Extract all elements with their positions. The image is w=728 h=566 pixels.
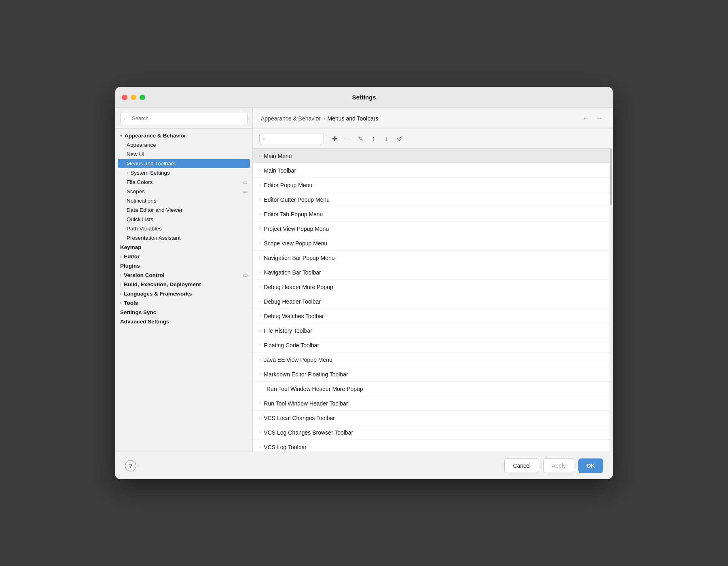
sidebar-item-appearance-behavior[interactable]: ▾Appearance & Behavior: [115, 131, 252, 140]
nav-buttons: ← →: [580, 113, 605, 123]
close-button[interactable]: [122, 95, 127, 100]
sidebar-item-presentation-assistant[interactable]: Presentation Assistant: [115, 233, 252, 243]
sidebar-item-tools[interactable]: ›Tools: [115, 298, 252, 308]
tree-chevron-run-tool-window-toolbar: ›: [259, 401, 260, 405]
apply-button[interactable]: Apply: [543, 458, 574, 473]
tree-label-debug-header-more: Debug Header More Popup: [264, 284, 333, 290]
back-button[interactable]: ←: [580, 113, 591, 123]
sidebar-item-languages-frameworks[interactable]: ›Languages & Frameworks: [115, 289, 252, 298]
sidebar-label-tools: Tools: [124, 300, 138, 306]
sidebar-right-icon-scopes: ▭: [243, 189, 248, 194]
sidebar-item-plugins[interactable]: Plugins: [115, 261, 252, 270]
sidebar-item-file-colors[interactable]: File Colors▭: [115, 177, 252, 187]
chevron-appearance-behavior: ▾: [120, 133, 122, 138]
tree-item-navigation-bar-toolbar[interactable]: ›Navigation Bar Toolbar: [253, 265, 613, 280]
tree-item-editor-gutter-popup[interactable]: ›Editor Gutter Popup Menu: [253, 192, 613, 207]
sidebar-label-system-settings: System Settings: [130, 170, 170, 176]
sidebar-item-keymap[interactable]: Keymap: [115, 243, 252, 252]
chevron-languages-frameworks: ›: [120, 291, 121, 296]
traffic-lights: [122, 95, 145, 100]
remove-button[interactable]: —: [342, 133, 353, 144]
tree-item-main-menu[interactable]: ›Main Menu: [253, 149, 613, 163]
scrollbar-thumb[interactable]: [610, 149, 612, 205]
tree-label-run-tool-window-toolbar: Run Tool Window Header Toolbar: [264, 400, 348, 407]
sidebar-label-notifications: Notifications: [127, 198, 157, 204]
tree-chevron-debug-header-more: ›: [259, 285, 260, 289]
tree-item-run-tool-window-more[interactable]: Run Tool Window Header More Popup: [253, 382, 613, 396]
tree-item-java-ee-view-popup[interactable]: ›Java EE View Popup Menu: [253, 353, 613, 367]
tree-item-debug-header-toolbar[interactable]: ›Debug Header Toolbar: [253, 294, 613, 309]
scrollbar-track[interactable]: [609, 149, 613, 452]
sidebar-item-editor[interactable]: ›Editor: [115, 252, 252, 261]
sidebar-item-new-ui[interactable]: New UI: [115, 150, 252, 159]
tree-item-debug-watches-toolbar[interactable]: ›Debug Watches Toolbar: [253, 309, 613, 323]
tree-chevron-main-toolbar: ›: [259, 168, 260, 173]
forward-button[interactable]: →: [594, 113, 605, 123]
ok-button[interactable]: OK: [578, 458, 603, 473]
edit-button[interactable]: ✎: [355, 133, 366, 144]
tree-item-file-history-toolbar[interactable]: ›File History Toolbar: [253, 323, 613, 338]
tree-item-editor-tab-popup[interactable]: ›Editor Tab Popup Menu: [253, 207, 613, 222]
sidebar-item-quick-lists[interactable]: Quick Lists: [115, 215, 252, 224]
breadcrumb-parent: Appearance & Behavior: [261, 115, 321, 122]
tree-label-java-ee-view-popup: Java EE View Popup Menu: [264, 357, 332, 363]
tree-label-editor-gutter-popup: Editor Gutter Popup Menu: [264, 196, 330, 203]
tree-label-navigation-bar-popup: Navigation Bar Popup Menu: [264, 255, 334, 261]
tree-chevron-vcs-log-browser: ›: [259, 430, 260, 435]
tree-item-vcs-local-changes[interactable]: ›VCS Local Changes Toolbar: [253, 411, 613, 425]
tree-item-navigation-bar-popup[interactable]: ›Navigation Bar Popup Menu: [253, 251, 613, 265]
tree-item-markdown-editor-toolbar[interactable]: ›Markdown Editor Floating Toolbar: [253, 367, 613, 382]
help-button[interactable]: ?: [125, 460, 136, 471]
sidebar-item-advanced-settings[interactable]: Advanced Settings: [115, 317, 252, 326]
tree-chevron-debug-header-toolbar: ›: [259, 299, 260, 304]
tree-label-scope-view-popup: Scope View Popup Menu: [264, 240, 327, 247]
tree-item-run-tool-window-toolbar[interactable]: ›Run Tool Window Header Toolbar: [253, 396, 613, 411]
tree-chevron-scope-view-popup: ›: [259, 241, 260, 245]
sidebar-item-system-settings[interactable]: ›System Settings: [115, 168, 252, 177]
sidebar-label-path-variables: Path Variables: [127, 226, 162, 232]
tree-item-debug-header-more[interactable]: ›Debug Header More Popup: [253, 280, 613, 294]
tree-label-project-view-popup: Project View Popup Menu: [264, 226, 329, 232]
tree-item-vcs-log-toolbar[interactable]: ›VCS Log Toolbar: [253, 440, 613, 452]
sidebar-search-input[interactable]: [120, 112, 248, 124]
sidebar-label-keymap: Keymap: [120, 244, 142, 250]
maximize-button[interactable]: [140, 95, 145, 100]
tree-item-scope-view-popup[interactable]: ›Scope View Popup Menu: [253, 236, 613, 251]
sidebar-label-editor: Editor: [124, 253, 140, 260]
toolbar: ⌕ ✚ — ✎ ↑ ↓ ↺: [253, 129, 613, 149]
breadcrumb-separator: ›: [323, 115, 325, 122]
reset-button[interactable]: ↺: [394, 133, 405, 144]
tree-label-debug-watches-toolbar: Debug Watches Toolbar: [264, 313, 324, 319]
toolbar-search-icon: ⌕: [262, 136, 265, 142]
sidebar-item-path-variables[interactable]: Path Variables: [115, 224, 252, 233]
tree-label-vcs-log-toolbar: VCS Log Toolbar: [264, 444, 307, 450]
tree-item-main-toolbar[interactable]: ›Main Toolbar: [253, 163, 613, 178]
toolbar-search-input[interactable]: [259, 133, 324, 144]
tree-item-floating-code-toolbar[interactable]: ›Floating Code Toolbar: [253, 338, 613, 353]
tree-label-main-menu: Main Menu: [264, 153, 292, 159]
main-content: ⌕ ▾Appearance & BehaviorAppearanceNew UI…: [115, 108, 613, 452]
sidebar-item-build-execution[interactable]: ›Build, Execution, Deployment: [115, 280, 252, 289]
tree-chevron-java-ee-view-popup: ›: [259, 357, 260, 362]
chevron-system-settings: ›: [127, 171, 128, 175]
add-button[interactable]: ✚: [329, 133, 340, 144]
sidebar-item-appearance[interactable]: Appearance: [115, 140, 252, 150]
cancel-button[interactable]: Cancel: [504, 458, 539, 473]
sidebar-item-data-editor[interactable]: Data Editor and Viewer: [115, 205, 252, 215]
sidebar-item-settings-sync[interactable]: Settings Sync: [115, 308, 252, 317]
sidebar-label-new-ui: New UI: [127, 151, 144, 157]
sidebar-item-notifications[interactable]: Notifications: [115, 196, 252, 205]
tree-item-editor-popup-menu[interactable]: ›Editor Popup Menu: [253, 178, 613, 192]
sidebar-item-scopes[interactable]: Scopes▭: [115, 187, 252, 196]
tree-item-project-view-popup[interactable]: ›Project View Popup Menu: [253, 222, 613, 236]
sidebar-list: ▾Appearance & BehaviorAppearanceNew UIMe…: [115, 129, 252, 452]
sidebar: ⌕ ▾Appearance & BehaviorAppearanceNew UI…: [115, 108, 253, 452]
tree-item-vcs-log-browser[interactable]: ›VCS Log Changes Browser Toolbar: [253, 425, 613, 440]
chevron-build-execution: ›: [120, 282, 121, 287]
sidebar-item-version-control[interactable]: ›Version Control▭: [115, 270, 252, 280]
sidebar-label-menus-toolbars: Menus and Toolbars: [127, 161, 176, 167]
move-up-button[interactable]: ↑: [368, 133, 379, 144]
minimize-button[interactable]: [131, 95, 136, 100]
move-down-button[interactable]: ↓: [381, 133, 392, 144]
sidebar-item-menus-toolbars[interactable]: Menus and Toolbars: [118, 159, 250, 168]
